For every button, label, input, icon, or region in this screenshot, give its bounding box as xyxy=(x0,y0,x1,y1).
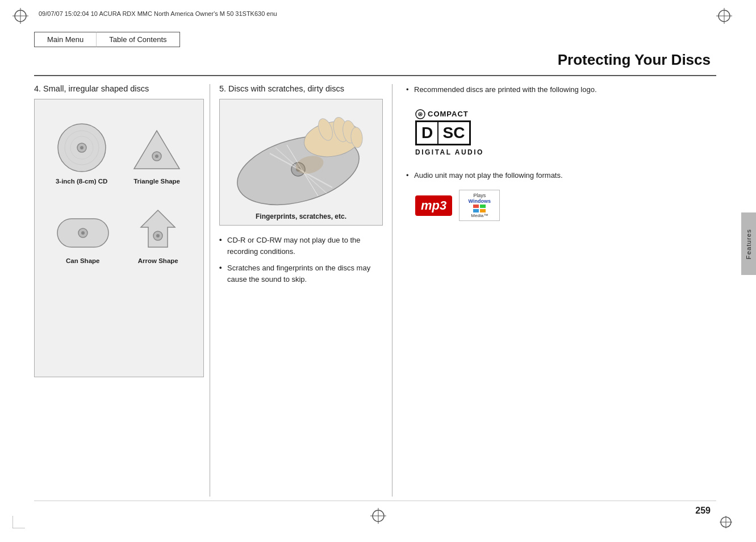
col-middle: 5. Discs with scratches, dirty discs xyxy=(210,84,392,497)
mp3-logo: mp3 xyxy=(415,195,452,216)
disc-label-circle: 3-inch (8-cm) CD xyxy=(56,178,107,185)
compact-disc-logo: COMPACT D SC DIGITAL AUDIO xyxy=(415,109,484,156)
svg-rect-35 xyxy=(473,205,479,208)
col-left: 4. Small, irregular shaped discs 3-inch … xyxy=(34,84,210,497)
circle-disc-shape xyxy=(56,122,107,173)
svg-point-19 xyxy=(156,234,160,237)
cd-letter-sc: SC xyxy=(438,120,471,145)
right-bullet-list: • Recommended discs are printed with the… xyxy=(406,84,716,95)
format-logos-row: mp3 Plays Windows Media™ xyxy=(415,190,716,221)
disc-top-row: 3-inch (8-cm) CD Triangle Shape xyxy=(44,122,194,185)
cd-letter-d: D xyxy=(415,120,438,145)
cd-small-icon xyxy=(415,109,425,119)
middle-bullet-1: • CD-R or CD-RW may not play due to the … xyxy=(219,235,383,257)
corner-crosshair-tr xyxy=(716,8,732,26)
main-menu-button[interactable]: Main Menu xyxy=(34,32,97,47)
page-title: Protecting Your Discs xyxy=(558,51,711,68)
scratches-image xyxy=(224,105,378,210)
wm-windows-text: Windows xyxy=(469,198,491,204)
triangle-disc-shape xyxy=(131,128,182,173)
middle-bullet-2: • Scratches and fingerprints on the disc… xyxy=(219,262,383,285)
page-title-area: Protecting Your Discs xyxy=(558,51,711,69)
svg-rect-36 xyxy=(480,205,486,208)
svg-point-16 xyxy=(81,231,85,235)
disc-item-circle: 3-inch (8-cm) CD xyxy=(56,122,107,185)
disc-bottom-row: Can Shape Arrow Shape xyxy=(44,207,194,264)
disc-item-triangle: Triangle Shape xyxy=(131,128,182,185)
corner-bl xyxy=(12,516,25,531)
left-section-title: 4. Small, irregular shaped discs xyxy=(34,84,204,93)
svg-rect-37 xyxy=(473,209,479,212)
middle-bullet-list: • CD-R or CD-RW may not play due to the … xyxy=(219,235,383,285)
corner-br xyxy=(720,516,732,531)
disc-label-arrow: Arrow Shape xyxy=(138,257,178,264)
arrow-disc-shape xyxy=(132,207,183,253)
scratched-disc-svg xyxy=(224,108,378,207)
windows-media-logo: Plays Windows Media™ xyxy=(459,190,500,221)
scratches-caption: Fingerprints, scratches, etc. xyxy=(224,212,378,220)
features-sidebar: Features xyxy=(741,212,756,275)
svg-rect-38 xyxy=(480,209,486,212)
right-bullet-2: • Audio unit may not play the following … xyxy=(406,170,716,181)
main-content: 4. Small, irregular shaped discs 3-inch … xyxy=(34,84,716,497)
cd-logo-top: COMPACT xyxy=(415,109,469,119)
windows-flag-icon xyxy=(473,205,486,212)
corner-crosshair-tl xyxy=(12,8,28,26)
cd-compact-text: COMPACT xyxy=(428,110,469,118)
disc-item-can: Can Shape xyxy=(55,213,111,264)
features-label: Features xyxy=(745,229,752,259)
wm-media-text: Media™ xyxy=(471,213,488,218)
bottom-line xyxy=(34,501,716,501)
scratches-box: Fingerprints, scratches, etc. xyxy=(219,99,383,226)
disc-item-arrow: Arrow Shape xyxy=(132,207,183,264)
title-underline xyxy=(34,75,716,76)
nav-bar: Main Menu Table of Contents xyxy=(34,32,180,47)
svg-point-34 xyxy=(420,113,421,115)
cd-letters-row: D SC xyxy=(415,120,471,145)
page-number: 259 xyxy=(695,506,711,516)
svg-marker-11 xyxy=(134,131,179,169)
cross-bottom xyxy=(370,508,386,526)
disc-shapes-box: 3-inch (8-cm) CD Triangle Shape xyxy=(34,99,204,377)
header-meta: 09/07/07 15:02:04 10 ACURA RDX MMC North… xyxy=(39,10,277,17)
disc-label-triangle: Triangle Shape xyxy=(133,178,180,185)
disc-label-can: Can Shape xyxy=(66,257,99,264)
col-right: • Recommended discs are printed with the… xyxy=(392,84,716,497)
cd-digital-audio-text: DIGITAL AUDIO xyxy=(415,148,484,156)
svg-point-8 xyxy=(80,146,83,149)
right-bullet-1: • Recommended discs are printed with the… xyxy=(406,84,716,95)
can-disc-shape xyxy=(55,213,111,253)
svg-marker-17 xyxy=(141,210,175,247)
wm-plays-text: Plays xyxy=(473,193,486,198)
toc-button[interactable]: Table of Contents xyxy=(97,32,179,47)
svg-point-13 xyxy=(155,155,158,158)
right-bullet-list-2: • Audio unit may not play the following … xyxy=(406,170,716,181)
middle-section-title: 5. Discs with scratches, dirty discs xyxy=(219,84,383,93)
